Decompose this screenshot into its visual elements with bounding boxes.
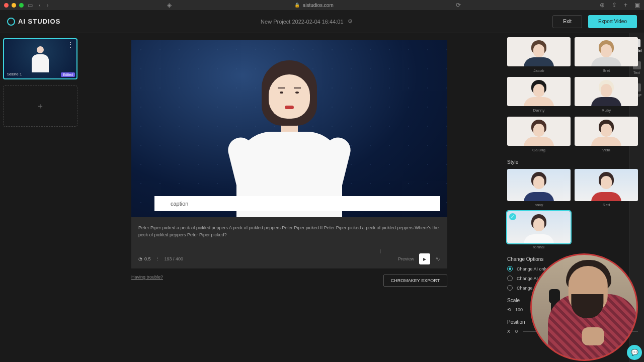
model-option-gaiung[interactable]: Gaiung [507,117,571,152]
audio-wave-icon[interactable]: ∿ [435,255,440,262]
position-x-label: X [507,329,510,334]
project-title: New Project 2022-02-04 16:44:01 [261,19,344,25]
editor-center: caption Peter Piper picked a peck of pic… [80,33,503,362]
maximize-window-icon[interactable] [19,3,24,8]
chat-widget-button[interactable]: 💬 [627,345,642,360]
model-name-label: Bret [603,68,610,73]
window-controls[interactable] [4,3,24,8]
style-thumb: ✓ [507,211,571,243]
play-icon: ▸ [423,255,426,262]
nav-forward-icon[interactable]: › [47,2,49,9]
model-thumb [575,117,638,146]
scene-label: Scene 1 [7,72,22,76]
scale-value[interactable]: 100 [515,307,526,312]
style-option-formal[interactable]: ✓formal [507,211,571,249]
position-x-value[interactable]: 0 [515,329,518,334]
preview-label: Preview [398,256,414,261]
model-name-label: Danny [533,108,544,113]
text-cursor-icon: I [379,248,381,254]
export-video-button[interactable]: Export Video [588,15,637,28]
add-scene-button[interactable]: ＋ [3,85,77,127]
speed-menu-icon[interactable]: ⋮ [155,256,159,261]
model-option-ruby[interactable]: Ruby [575,77,638,113]
video-canvas[interactable]: caption [131,40,447,217]
logo-icon [7,18,15,26]
shield-icon[interactable]: ◈ [167,2,172,9]
check-icon: ✓ [509,213,516,220]
clock-icon: ◔ [138,256,142,261]
scale-reset-icon[interactable]: ⟲ [507,307,511,312]
char-count: 193 / 400 [165,256,184,261]
browser-chrome: ▭ ‹ › ◈ 🔒 aistudios.com ⟳ ⊕ ⇪ + ▣ [0,0,644,10]
ai-avatar[interactable] [219,60,360,217]
presenter-webcam [530,253,638,361]
model-thumb [575,37,638,66]
style-thumb [575,169,638,201]
scene-thumbnail[interactable]: ⋮ Scene 1 Edited [3,38,77,79]
model-option-vida[interactable]: Vida [575,117,638,152]
model-name-label: Vida [602,148,610,152]
model-thumb [575,77,638,106]
speed-value[interactable]: 0.5 [144,256,151,261]
model-thumb [507,117,571,146]
exit-button[interactable]: Exit [552,15,582,28]
model-thumb [507,77,571,106]
caption-input[interactable]: caption [154,196,440,211]
download-icon[interactable]: ⊕ [600,2,605,9]
style-name-label: formal [533,245,544,249]
style-section-title: Style [507,159,638,165]
chat-icon: 💬 [631,349,638,356]
model-name-label: Gaiung [532,148,545,152]
model-option-jacob[interactable]: Jacob [507,37,571,73]
minimize-window-icon[interactable] [12,3,16,8]
tabs-icon[interactable]: ▣ [634,2,640,9]
url-text: aistudios.com [303,3,334,8]
caption-placeholder: caption [171,201,188,207]
address-bar[interactable]: 🔒 aistudios.com [176,3,452,8]
style-name-label: navy [535,203,543,207]
close-window-icon[interactable] [4,3,9,8]
model-option-danny[interactable]: Danny [507,77,571,113]
app-header: AI STUDIOS New Project 2022-02-04 16:44:… [0,10,644,33]
nav-back-icon[interactable]: ‹ [39,2,41,9]
plus-icon: ＋ [36,101,44,112]
style-grid: navyRed✓formal [507,169,638,249]
model-name-label: Ruby [602,108,611,113]
scene-avatar-preview [32,46,49,72]
preview-play-button[interactable]: ▸ [419,253,430,264]
radio-icon [507,266,513,272]
refresh-icon[interactable]: ⟳ [456,2,461,9]
app-logo[interactable]: AI STUDIOS [7,18,60,26]
logo-text: AI STUDIOS [18,18,60,25]
scenes-panel: ⋮ Scene 1 Edited ＋ [0,33,80,362]
lock-icon: 🔒 [294,3,300,8]
chromakey-export-button[interactable]: CHROMAKEY EXPORT [383,275,447,287]
sidebar-toggle-icon[interactable]: ▭ [28,2,33,9]
style-name-label: Red [603,203,610,207]
having-trouble-link[interactable]: Having trouble? [131,275,163,287]
radio-icon [507,276,513,281]
style-thumb [507,169,571,201]
scene-menu-icon[interactable]: ⋮ [67,41,73,48]
style-option-Red[interactable]: Red [575,169,638,207]
script-panel: Peter Piper picked a peck of pickled pep… [131,217,447,268]
model-option-bret[interactable]: Bret [575,37,638,73]
scene-edited-badge: Edited [61,72,75,77]
model-name-label: Jacob [533,68,544,73]
share-icon[interactable]: ⇪ [612,2,617,9]
radio-icon [507,285,513,291]
style-option-navy[interactable]: navy [507,169,571,207]
model-thumb [507,37,571,66]
gear-icon[interactable]: ⚙ [348,18,353,25]
new-tab-icon[interactable]: + [624,2,627,9]
model-grid: JacobBretDannyRubyGaiungVida [507,37,638,152]
script-textarea[interactable]: Peter Piper picked a peck of pickled pep… [138,224,440,250]
